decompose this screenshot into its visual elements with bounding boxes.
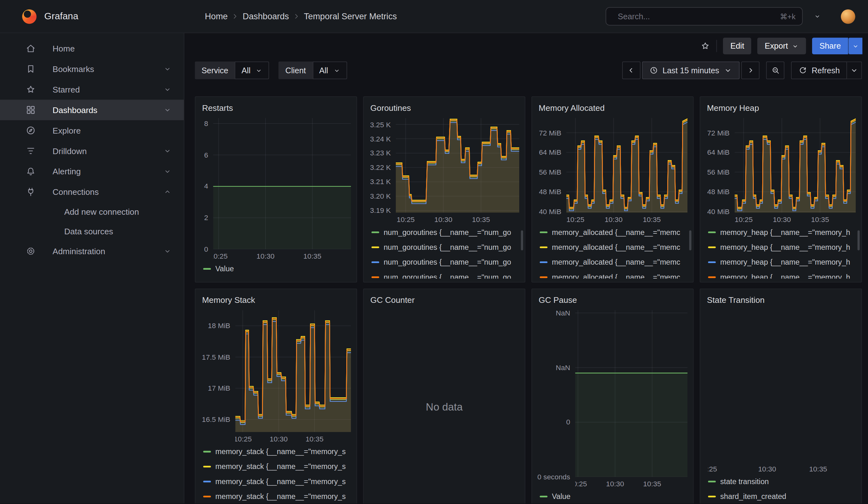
grafana-app: Grafana Home Dashboards Temporal Server … xyxy=(0,0,868,504)
legend-item[interactable]: Value xyxy=(203,264,351,274)
series-color-marker xyxy=(372,276,379,278)
chevron-down-icon xyxy=(850,66,859,75)
panel-title[interactable]: GC Pause xyxy=(532,294,693,308)
share-button[interactable]: Share xyxy=(812,38,848,54)
legend-item[interactable]: memory_heap {__name__="memory_h xyxy=(708,257,856,267)
add-new-button[interactable] xyxy=(813,13,821,20)
panel-memory-heap: Memory Heap72 MiB64 MiB56 MiB48 MiB40 Mi… xyxy=(700,96,862,282)
x-axis: 10:2510:3010:35 xyxy=(213,249,351,263)
legend-item[interactable]: num_goroutines {__name__="num_go xyxy=(372,242,519,252)
breadcrumb-item-home[interactable]: Home xyxy=(205,11,228,21)
panel-title[interactable]: Memory Heap xyxy=(700,101,861,116)
sidebar-item-explore[interactable]: Explore xyxy=(0,120,184,141)
legend-scrollbar[interactable] xyxy=(858,230,860,250)
home-icon xyxy=(25,43,36,54)
legend-item[interactable]: memory_heap {__name__="memory_h xyxy=(708,227,856,237)
legend-item[interactable]: memory_allocated {__name__="memc xyxy=(540,272,688,278)
x-axis-tick: 10:25 xyxy=(235,435,251,443)
legend-item[interactable]: num_goroutines {__name__="num_go xyxy=(372,227,519,237)
legend-item[interactable]: num_goroutines {__name__="num_go xyxy=(372,257,519,267)
legend-item[interactable]: shard_item_created xyxy=(708,491,856,502)
chart-area[interactable] xyxy=(734,118,856,213)
zoom-out-button[interactable] xyxy=(766,62,785,79)
panel-title[interactable]: State Transition xyxy=(700,294,861,308)
sidebar-item-dashboards[interactable]: Dashboards xyxy=(0,100,184,120)
top-header: Grafana Home Dashboards Temporal Server … xyxy=(0,0,868,33)
gear-icon xyxy=(25,246,36,256)
legend-item[interactable]: memory_stack {__name__="memory_s xyxy=(203,476,351,487)
x-axis-tick: 10:35 xyxy=(306,435,323,443)
panel-title[interactable]: Restarts xyxy=(195,101,356,116)
edit-button[interactable]: Edit xyxy=(723,38,751,54)
panel-title[interactable]: Memory Allocated xyxy=(532,101,693,116)
sidebar-item-drilldown[interactable]: Drilldown xyxy=(0,141,184,161)
user-avatar[interactable] xyxy=(841,9,855,24)
legend-item[interactable]: num_goroutines {__name__="num_go xyxy=(372,272,519,278)
variable-service-value: All xyxy=(241,66,250,75)
refresh-button[interactable]: Refresh xyxy=(791,62,847,79)
sidebar-item-administration[interactable]: Administration xyxy=(0,241,184,261)
panel-title[interactable]: Goroutines xyxy=(364,101,525,116)
sidebar-item-label: Drilldown xyxy=(53,146,87,156)
legend-item[interactable]: memory_heap {__name__="memory_h xyxy=(708,242,856,252)
chart-area[interactable] xyxy=(235,310,351,432)
chart-area[interactable] xyxy=(396,118,519,213)
chart-area[interactable] xyxy=(575,310,688,477)
toolbar-divider xyxy=(716,40,717,52)
y-axis-tick: 40 MiB xyxy=(707,207,730,215)
sidebar-item-starred[interactable]: Starred xyxy=(0,79,184,100)
legend-item[interactable]: memory_allocated {__name__="memc xyxy=(540,242,688,252)
chevron-right-icon xyxy=(232,13,239,20)
export-button[interactable]: Export xyxy=(757,38,806,54)
favorite-star-button[interactable] xyxy=(700,41,711,51)
sidebar-item-add-new-connection[interactable]: Add new connection xyxy=(0,202,184,222)
search-input[interactable] xyxy=(618,12,775,21)
x-axis-tick: 10:35 xyxy=(472,215,490,224)
legend-scrollbar[interactable] xyxy=(521,230,523,250)
time-controls: Last 15 minutes Refresh xyxy=(622,62,862,79)
time-shift-back-button[interactable] xyxy=(622,62,640,79)
legend-item[interactable]: memory_stack {__name__="memory_s xyxy=(203,446,351,457)
sidebar-item-alerting[interactable]: Alerting xyxy=(0,161,184,182)
legend-item[interactable]: memory_stack {__name__="memory_s xyxy=(203,461,351,472)
y-axis-tick: 3.19 K xyxy=(370,206,391,214)
time-shift-forward-button[interactable] xyxy=(742,62,760,79)
panel-title[interactable]: Memory Stack xyxy=(195,294,356,308)
variable-service-select[interactable]: All xyxy=(235,62,269,79)
plug-icon xyxy=(25,187,36,197)
sidebar-item-label: Administration xyxy=(53,246,105,256)
legend-item[interactable]: memory_heap {__name__="memory_h xyxy=(708,272,856,278)
grafana-logo-icon[interactable] xyxy=(22,9,37,24)
sidebar-item-connections[interactable]: Connections xyxy=(0,182,184,202)
chart-area[interactable] xyxy=(213,118,351,249)
refresh-interval-button[interactable] xyxy=(847,62,862,79)
search-shortcut-hint: ⌘+k xyxy=(780,12,795,21)
x-axis-tick: 10:25 xyxy=(566,215,584,224)
y-axis-tick: 17.5 MiB xyxy=(202,353,230,361)
time-range-picker[interactable]: Last 15 minutes xyxy=(642,62,740,79)
search-box[interactable]: ⌘+k xyxy=(606,7,803,25)
legend-item[interactable]: Value xyxy=(540,491,688,502)
y-axis: 72 MiB64 MiB56 MiB48 MiB40 MiB xyxy=(705,118,735,213)
legend-item[interactable]: memory_stack {__name__="memory_s xyxy=(203,491,351,502)
variable-client-select[interactable]: All xyxy=(312,62,347,79)
refresh-icon xyxy=(798,66,807,75)
x-axis-tick: 10:30 xyxy=(257,252,275,260)
y-axis-tick: 72 MiB xyxy=(539,128,561,137)
chart-area[interactable] xyxy=(566,118,688,213)
chart-area[interactable] xyxy=(708,310,856,462)
legend-item[interactable]: state transition xyxy=(708,476,856,487)
legend-scrollbar[interactable] xyxy=(689,230,692,250)
panel-title[interactable]: GC Counter xyxy=(364,294,525,308)
sidebar-item-bookmarks[interactable]: Bookmarks xyxy=(0,59,184,79)
sidebar-item-data-sources[interactable]: Data sources xyxy=(0,222,184,241)
breadcrumb-item-dashboards[interactable]: Dashboards xyxy=(243,11,289,21)
share-menu-button[interactable] xyxy=(848,38,862,54)
legend-item[interactable]: memory_allocated {__name__="memc xyxy=(540,227,688,237)
chevron-down-icon xyxy=(255,66,262,74)
sidebar-item-home[interactable]: Home xyxy=(0,38,184,59)
legend-item[interactable]: memory_allocated {__name__="memc xyxy=(540,257,688,267)
y-axis-tick: 2 xyxy=(204,214,208,222)
y-axis-tick: 16.5 MiB xyxy=(202,415,230,423)
y-axis-tick: 4 xyxy=(204,182,208,191)
